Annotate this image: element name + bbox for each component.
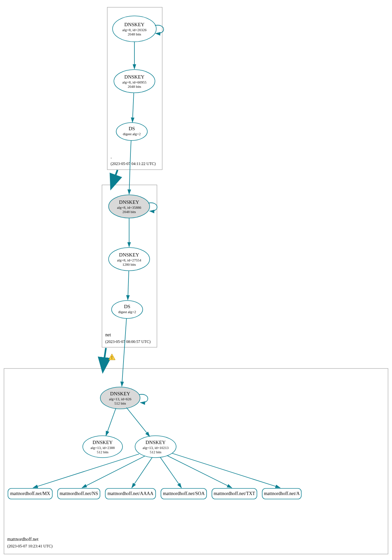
svg-text:DNSKEY: DNSKEY	[119, 199, 139, 205]
edge-domksk-zsk1	[106, 408, 116, 436]
zone-domain	[4, 368, 388, 554]
edge-zsk2-mx	[33, 454, 139, 488]
svg-text:alg=13, id=2388: alg=13, id=2388	[91, 446, 115, 450]
svg-text:DNSKEY: DNSKEY	[124, 74, 145, 80]
zone-domain-ts: (2023-05-07 10:23:41 UTC)	[7, 544, 53, 548]
svg-text:alg=8, id=60955: alg=8, id=60955	[122, 80, 147, 84]
node-domain-zsk2: DNSKEY alg=13, id=10213 512 bits	[135, 436, 176, 458]
edge-zsk2-soa	[160, 457, 181, 488]
warning-icon: !	[109, 354, 115, 360]
node-net-ds: DS digest alg=2	[112, 301, 143, 318]
svg-text:DNSKEY: DNSKEY	[110, 391, 130, 396]
zone-net-name: net	[105, 332, 111, 337]
edge-netds-domksk	[122, 318, 126, 386]
svg-text:DS: DS	[124, 304, 130, 309]
edge-domksk-zsk2	[126, 408, 150, 436]
edge-rootds-netksk	[129, 140, 131, 194]
record-mx: mattnordhoff.net/MX	[8, 488, 52, 499]
edge-rootzsk-rootds	[132, 93, 134, 122]
svg-text:alg=8, id=27554: alg=8, id=27554	[117, 258, 141, 262]
svg-text:512 bits: 512 bits	[150, 450, 161, 454]
svg-text:mattnordhoff.net/MX: mattnordhoff.net/MX	[10, 491, 50, 496]
node-root-ksk: DNSKEY alg=8, id=20326 2048 bits	[113, 16, 156, 42]
svg-text:DS: DS	[128, 126, 135, 131]
svg-text:mattnordhoff.net/A: mattnordhoff.net/A	[264, 491, 300, 496]
edge-zsk2-txt	[167, 456, 232, 488]
svg-text:digest alg=2: digest alg=2	[123, 132, 141, 136]
node-net-zsk: DNSKEY alg=8, id=27554 1280 bits	[109, 248, 150, 271]
record-ns: mattnordhoff.net/NS	[58, 488, 100, 499]
edge-zsk2-ns	[82, 456, 145, 488]
svg-text:2048 bits: 2048 bits	[122, 210, 136, 214]
svg-text:512 bits: 512 bits	[97, 450, 108, 454]
svg-text:digest alg=2: digest alg=2	[118, 310, 136, 314]
svg-text:alg=8, id=20326: alg=8, id=20326	[122, 28, 147, 32]
zone-edge-root-net	[113, 170, 118, 184]
svg-text:alg=13, id=10213: alg=13, id=10213	[143, 446, 169, 450]
svg-text:DNSKEY: DNSKEY	[119, 252, 139, 257]
zone-root-name: .	[111, 154, 112, 159]
node-root-zsk: DNSKEY alg=8, id=60955 2048 bits	[114, 70, 155, 93]
node-root-ds: DS digest alg=2	[116, 123, 147, 140]
svg-text:512 bits: 512 bits	[114, 401, 126, 405]
svg-text:2048 bits: 2048 bits	[128, 32, 141, 36]
zone-net-ts: (2023-05-07 08:00:57 UTC)	[105, 339, 151, 344]
svg-text:alg=8, id=35886: alg=8, id=35886	[117, 205, 141, 209]
svg-text:DNSKEY: DNSKEY	[93, 440, 113, 445]
svg-text:DNSKEY: DNSKEY	[124, 22, 145, 27]
node-domain-ksk: DNSKEY alg=13, id=626 512 bits	[100, 387, 140, 409]
edge-netzsk-netds	[128, 271, 129, 300]
zone-root-ts: (2023-05-07 04:11:22 UTC)	[111, 161, 156, 166]
zone-domain-name: mattnordhoff.net	[7, 537, 38, 542]
svg-text:alg=13, id=626: alg=13, id=626	[109, 397, 131, 401]
zone-edge-net-domain	[103, 348, 106, 367]
record-aaaa: mattnordhoff.net/AAAA	[105, 488, 156, 499]
svg-text:DNSKEY: DNSKEY	[146, 440, 166, 445]
edge-zsk2-aaaa	[132, 457, 152, 488]
node-domain-zsk1: DNSKEY alg=13, id=2388 512 bits	[83, 436, 122, 458]
svg-text:1280 bits: 1280 bits	[122, 262, 136, 266]
svg-text:mattnordhoff.net/SOA: mattnordhoff.net/SOA	[163, 491, 205, 496]
svg-text:mattnordhoff.net/AAAA: mattnordhoff.net/AAAA	[108, 491, 154, 496]
svg-text:mattnordhoff.net/TXT: mattnordhoff.net/TXT	[214, 491, 255, 496]
svg-text:!: !	[111, 355, 113, 360]
self-loop-domain-ksk	[139, 394, 148, 403]
svg-text:2048 bits: 2048 bits	[128, 84, 141, 88]
record-a: mattnordhoff.net/A	[262, 488, 301, 499]
record-soa: mattnordhoff.net/SOA	[161, 488, 207, 499]
record-txt: mattnordhoff.net/TXT	[212, 488, 257, 499]
edge-zsk2-a	[172, 453, 280, 488]
node-net-ksk: DNSKEY alg=8, id=35886 2048 bits	[109, 195, 150, 218]
svg-text:mattnordhoff.net/NS: mattnordhoff.net/NS	[60, 491, 98, 496]
